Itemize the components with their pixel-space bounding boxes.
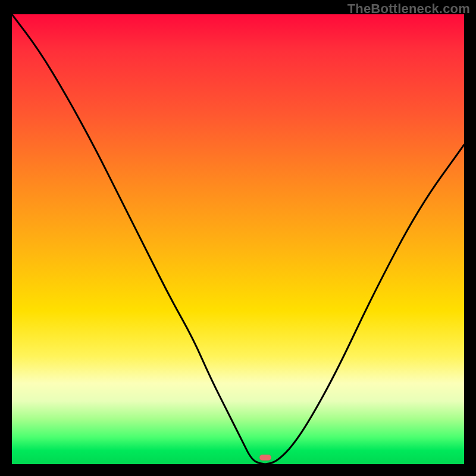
chart-frame: TheBottleneck.com: [0, 0, 476, 476]
plot-area: [12, 14, 464, 464]
bottleneck-curve: [12, 14, 464, 464]
optimum-marker: [259, 455, 271, 461]
